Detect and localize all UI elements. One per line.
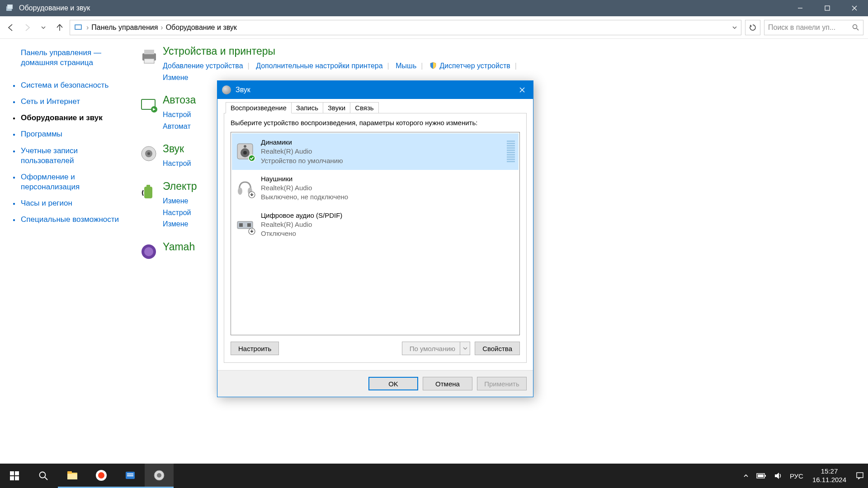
tray-language[interactable]: РУС [786, 464, 807, 488]
cancel-button[interactable]: Отмена [423, 377, 472, 390]
svg-rect-18 [144, 187, 152, 198]
apply-button[interactable]: Применить [477, 377, 527, 390]
tab-sounds[interactable]: Звуки [323, 102, 350, 113]
link-partial[interactable]: Измене [163, 220, 188, 228]
search-button[interactable] [29, 464, 58, 488]
svg-point-27 [244, 145, 246, 148]
dialog-close-button[interactable] [511, 81, 533, 99]
sidebar-item-clock[interactable]: Часы и регион [21, 198, 125, 208]
sidebar-item-programs[interactable]: Программы [21, 129, 125, 139]
device-name: Наушники [261, 174, 515, 183]
device-name: Цифровое аудио (S/PDIF) [261, 211, 515, 220]
svg-rect-12 [144, 59, 154, 63]
tray-notifications-icon[interactable] [852, 464, 868, 488]
level-meter [507, 141, 515, 162]
link-partial[interactable]: Настрой [163, 111, 191, 118]
link-partial[interactable]: Настрой [163, 209, 191, 216]
battery-icon [136, 180, 163, 230]
sidebar-item-appearance[interactable]: Оформление и персонализация [21, 172, 125, 192]
taskbar-sound-settings[interactable] [145, 464, 174, 488]
svg-rect-53 [765, 475, 766, 477]
svg-point-17 [147, 152, 150, 155]
sidebar-item-home[interactable]: Панель управления — домашняя страница [21, 48, 125, 68]
taskbar-yandex[interactable] [87, 464, 116, 488]
sidebar-item-system[interactable]: Система и безопасность [21, 80, 125, 90]
category-title[interactable]: Устройства и принтеры [163, 45, 859, 57]
titlebar: Оборудование и звук [0, 0, 868, 16]
set-default-button[interactable]: По умолчанию [402, 342, 470, 355]
device-list[interactable]: Динамики Realtek(R) Audio Устройство по … [231, 132, 520, 335]
navbar: › Панель управления › Оборудование и зву… [0, 16, 868, 39]
svg-line-41 [45, 477, 47, 480]
control-panel-icon [74, 23, 84, 33]
svg-point-21 [144, 247, 153, 256]
tray-time: 15:27 [812, 467, 846, 476]
svg-rect-11 [144, 50, 154, 54]
sidebar-item-hardware[interactable]: Оборудование и звук [21, 113, 125, 123]
search-placeholder: Поиск в панели уп... [768, 23, 835, 32]
category-devices: Устройства и принтеры Добавление устройс… [136, 45, 859, 83]
tab-recording[interactable]: Запись [291, 102, 323, 113]
maximize-button[interactable] [814, 0, 841, 16]
forward-button[interactable] [21, 21, 33, 34]
sidebar: Панель управления — домашняя страница Си… [0, 39, 136, 464]
minimize-button[interactable] [787, 0, 814, 16]
dialog-tabs: Воспроизведение Запись Звуки Связь [226, 102, 527, 113]
device-driver: Realtek(R) Audio [261, 183, 515, 192]
svg-rect-36 [10, 471, 14, 475]
svg-rect-48 [127, 474, 133, 474]
device-headphones[interactable]: Наушники Realtek(R) Audio Выключено, не … [232, 170, 519, 206]
svg-rect-1 [7, 5, 13, 9]
configure-button[interactable]: Настроить [231, 342, 279, 355]
properties-button[interactable]: Свойства [475, 342, 520, 355]
chevron-right-icon: › [86, 23, 89, 32]
printer-icon [136, 45, 163, 83]
tab-communications[interactable]: Связь [350, 102, 378, 113]
link-partial[interactable]: Настрой [163, 160, 191, 167]
breadcrumb-item[interactable]: Панель управления [91, 23, 158, 32]
recent-dropdown[interactable] [37, 21, 50, 34]
svg-rect-49 [127, 475, 133, 476]
back-button[interactable] [5, 21, 17, 34]
tab-playback[interactable]: Воспроизведение [226, 102, 292, 113]
search-input[interactable]: Поиск в панели уп... [764, 20, 863, 35]
device-speakers[interactable]: Динамики Realtek(R) Audio Устройство по … [232, 133, 519, 170]
start-button[interactable] [0, 464, 29, 488]
link-device-manager[interactable]: Диспетчер устройств [439, 62, 510, 70]
tray-volume-icon[interactable] [770, 464, 786, 488]
up-button[interactable] [53, 21, 66, 34]
svg-rect-19 [146, 185, 150, 187]
tray-chevron[interactable] [739, 464, 753, 488]
sidebar-item-accessibility[interactable]: Специальные возможности [21, 215, 125, 225]
svg-line-9 [857, 28, 859, 30]
link-partial[interactable]: Измене [163, 197, 188, 205]
refresh-button[interactable] [745, 20, 760, 35]
autoplay-icon [136, 94, 163, 132]
link-partial[interactable]: Автомат [163, 122, 191, 130]
address-dropdown-icon[interactable] [732, 25, 737, 30]
breadcrumb-item[interactable]: Оборудование и звук [166, 23, 237, 32]
speaker-icon [222, 85, 231, 94]
svg-rect-55 [857, 473, 863, 478]
dialog-footer: OK Отмена Применить [217, 370, 533, 397]
dialog-titlebar[interactable]: Звук [217, 81, 533, 99]
tray-battery-icon[interactable] [753, 464, 770, 488]
sidebar-item-network[interactable]: Сеть и Интернет [21, 97, 125, 107]
dialog-title: Звук [236, 86, 511, 94]
device-driver: Realtek(R) Audio [261, 220, 515, 229]
taskbar-explorer[interactable] [58, 464, 87, 488]
link-printer-settings[interactable]: Дополнительные настройки принтера [256, 62, 382, 70]
ok-button[interactable]: OK [368, 377, 418, 390]
device-spdif[interactable]: Цифровое аудио (S/PDIF) Realtek(R) Audio… [232, 206, 519, 243]
taskbar-app[interactable] [116, 464, 145, 488]
link-partial[interactable]: Измене [163, 74, 188, 81]
close-button[interactable] [841, 0, 868, 16]
shield-icon [429, 62, 437, 69]
tray-clock[interactable]: 15:27 16.11.2024 [807, 467, 852, 484]
link-add-device[interactable]: Добавление устройства [163, 62, 243, 70]
address-bar[interactable]: › Панель управления › Оборудование и зву… [70, 20, 741, 35]
device-name: Динамики [261, 138, 500, 147]
link-mouse[interactable]: Мышь [396, 62, 416, 70]
svg-rect-37 [15, 471, 19, 475]
sidebar-item-accounts[interactable]: Учетные записи пользователей [21, 146, 125, 166]
